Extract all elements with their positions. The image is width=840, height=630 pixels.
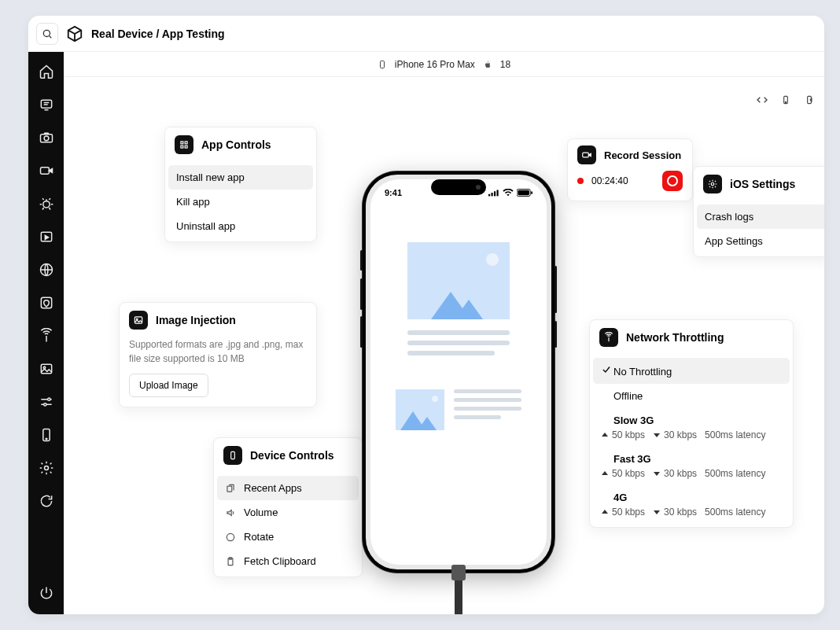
svg-rect-17 [380,61,384,68]
sidebar-bug[interactable] [38,195,55,212]
placeholder-image [407,242,510,319]
sidebar-video[interactable] [38,162,55,179]
sidebar-globe[interactable] [38,261,55,278]
svg-point-19 [785,101,786,102]
svg-rect-21 [181,142,183,144]
sidebar-location[interactable] [38,294,55,311]
mobile-small-icon [378,60,387,69]
svg-rect-37 [497,190,499,197]
code-icon [756,94,768,106]
ios-settings-panel: iOS Settings Crash logs App Settings [693,166,824,257]
camera-icon [39,130,54,146]
net-no-throttle[interactable]: No Throttling [593,358,790,384]
export-icon [804,94,815,105]
svg-point-12 [47,398,50,400]
net-4g[interactable]: 4G 50 kbps 30 kbps 500ms latency [593,485,790,524]
sidebar-app[interactable] [38,96,55,113]
svg-rect-22 [185,142,187,144]
up-arrow-icon [601,508,609,516]
svg-rect-32 [583,153,589,157]
record-session-panel: Record Session 00:24:40 [567,138,693,201]
globe-icon [39,262,54,278]
placeholder-thumb [396,389,444,430]
record-icon [577,146,596,164]
refresh-icon [39,493,54,509]
video-icon [39,163,54,179]
app-icon [39,97,54,112]
app-control-kill[interactable]: Kill app [168,190,313,214]
app-control-install[interactable]: Install new app [168,165,313,190]
sidebar-sliders[interactable] [38,393,55,411]
sidebar-camera[interactable] [38,129,55,146]
apple-icon [483,60,492,69]
home-icon [39,64,54,79]
up-arrow-icon [601,431,609,439]
down-arrow-icon [653,470,661,477]
network-title: Network Throttling [626,331,724,344]
sidebar-settings[interactable] [38,459,55,477]
sidebar-image[interactable] [38,360,55,378]
placeholder-row [396,389,521,430]
svg-rect-10 [41,364,51,374]
device-name: iPhone 16 Pro Max [395,59,475,70]
svg-point-4 [44,136,49,141]
device-control-volume[interactable]: Volume [217,500,359,525]
device-screen[interactable]: 9:41 [370,179,547,565]
network-throttling-panel: Network Throttling No Throttling Offline… [589,319,794,528]
search-icon [42,28,53,39]
device-export-btn[interactable] [802,93,816,107]
device-rotate-btn[interactable] [779,93,793,107]
location-icon [39,295,54,311]
sidebar-media[interactable] [38,228,55,245]
upload-image-button[interactable]: Upload Image [129,374,208,397]
placeholder-text [407,330,510,361]
sidebar-device[interactable] [38,426,55,444]
svg-point-0 [43,30,50,36]
device-control-rotate[interactable]: Rotate [217,525,359,549]
sidebar-network[interactable] [38,327,55,344]
app-control-uninstall[interactable]: Uninstall app [168,214,313,238]
svg-rect-36 [494,191,496,196]
brand: Real Device / App Testing [66,25,225,42]
ios-app-settings[interactable]: App Settings [697,229,824,253]
content-area: iPhone 16 Pro Max 18 App Controls Instal… [64,52,824,614]
net-offline[interactable]: Offline [593,384,790,408]
bug-icon [39,196,54,212]
ios-settings-title: iOS Settings [730,178,795,190]
media-icon [39,229,54,245]
volume-icon [225,507,236,518]
svg-line-1 [50,35,52,38]
recording-time: 00:24:40 [591,175,628,186]
svg-rect-5 [40,168,49,174]
placeholder-lines-small [454,389,521,430]
net-slow-3g[interactable]: Slow 3G 50 kbps 30 kbps 500ms latency [593,408,790,447]
ios-settings-icon [703,175,722,193]
sidebar-power[interactable] [38,584,55,602]
code-icon-btn[interactable] [755,93,769,107]
svg-point-16 [44,466,48,470]
rotate-icon [225,532,236,543]
search-button[interactable] [36,23,58,45]
app-controls-title: App Controls [201,138,271,151]
app-controls-panel: App Controls Install new app Kill app Un… [164,127,317,242]
svg-point-33 [711,182,714,186]
clipboard-icon [225,556,236,567]
recent-apps-icon [225,483,236,494]
device-control-recent[interactable]: Recent Apps [217,476,359,500]
up-arrow-icon [601,470,609,477]
down-arrow-icon [653,508,661,516]
stop-record-button[interactable] [662,171,683,191]
sliders-icon [39,394,54,410]
net-fast-3g[interactable]: Fast 3G 50 kbps 30 kbps 500ms latency [593,447,790,485]
wifi-icon [503,189,514,197]
mobile-icon [39,427,54,443]
device-control-clipboard[interactable]: Fetch Clipboard [217,549,359,573]
sidebar-home[interactable] [38,63,55,80]
svg-rect-27 [231,451,235,459]
sidebar-refresh[interactable] [38,492,55,510]
image-injection-title: Image Injection [156,314,236,326]
svg-rect-34 [488,194,490,197]
ios-crash-logs[interactable]: Crash logs [697,204,824,229]
svg-point-6 [42,201,49,208]
check-icon [601,364,612,375]
